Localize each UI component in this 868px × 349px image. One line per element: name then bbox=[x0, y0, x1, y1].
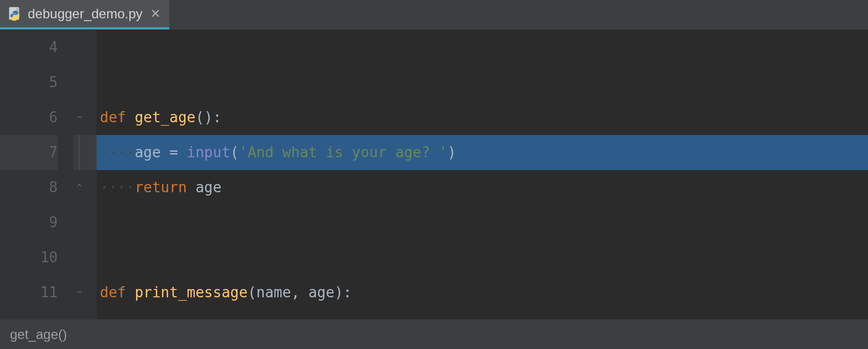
breadcrumb-context: get_age() bbox=[10, 327, 67, 342]
fold-toggle-icon[interactable]: − bbox=[74, 112, 84, 122]
line-number: 9 bbox=[0, 205, 58, 240]
tab-filename: debugger_demo.py bbox=[28, 6, 143, 22]
code-line[interactable] bbox=[97, 205, 868, 240]
fold-end-icon: ⌃ bbox=[74, 182, 84, 192]
fold-gutter: − ⌃ − bbox=[73, 30, 97, 319]
python-file-icon bbox=[8, 7, 22, 21]
line-number: 11 bbox=[0, 275, 58, 310]
line-number: 8 bbox=[0, 170, 58, 205]
code-line[interactable] bbox=[97, 30, 868, 65]
tab-bar: debugger_demo.py ✕ bbox=[0, 0, 868, 30]
execution-line[interactable]: ····age = input('And what is your age? '… bbox=[97, 135, 868, 170]
line-number: 7 bbox=[0, 135, 58, 170]
close-icon[interactable]: ✕ bbox=[148, 8, 160, 20]
tab-debugger-demo[interactable]: debugger_demo.py ✕ bbox=[0, 0, 169, 29]
code-line[interactable]: def print_message(name, age): bbox=[97, 275, 868, 310]
line-number: 5 bbox=[0, 65, 58, 100]
code-line[interactable]: ····return age bbox=[97, 170, 868, 205]
line-number-gutter: 4 5 6 7 8 9 10 11 bbox=[0, 30, 73, 319]
code-line[interactable]: def get_age(): bbox=[97, 100, 868, 135]
code-line[interactable] bbox=[97, 65, 868, 100]
code-editor[interactable]: 4 5 6 7 8 9 10 11 − ⌃ − def get_age(): ·… bbox=[0, 30, 868, 319]
line-number: 10 bbox=[0, 240, 58, 275]
fold-toggle-icon[interactable]: − bbox=[74, 287, 84, 297]
code-line[interactable] bbox=[97, 240, 868, 275]
line-number: 4 bbox=[0, 30, 58, 65]
breadcrumb[interactable]: get_age() bbox=[0, 319, 868, 349]
code-area[interactable]: def get_age(): ····age = input('And what… bbox=[97, 30, 868, 319]
line-number: 6 bbox=[0, 100, 58, 135]
